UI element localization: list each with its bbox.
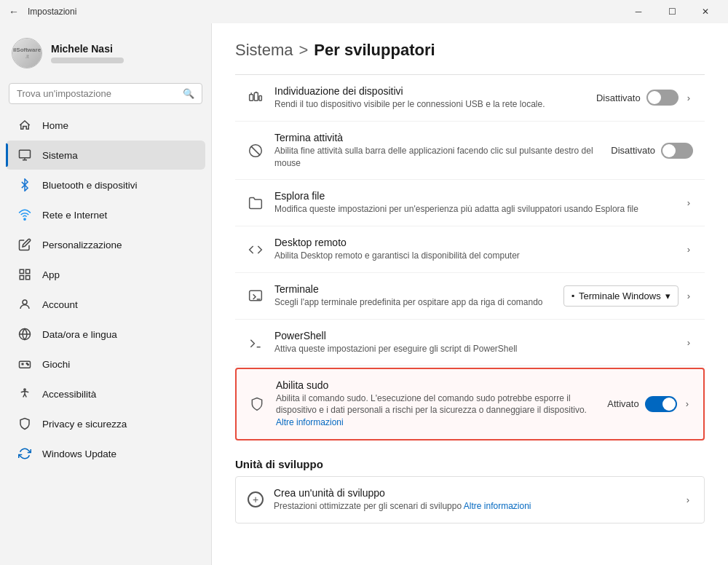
row-right-sudo: Attivato ›: [607, 395, 692, 412]
chevron-desktop-remoto[interactable]: ›: [684, 241, 693, 258]
row-desc-powershell: Attiva queste impostazioni per eseguire …: [274, 343, 674, 355]
row-desc-sudo: Abilita il comando sudo. L'esecuzione de…: [276, 392, 597, 429]
user-info: Michele Nasi: [51, 43, 199, 63]
dev-desc-crea-unita: Prestazioni ottimizzate per gli scenari …: [274, 500, 673, 513]
sidebar-item-sistema[interactable]: Sistema: [6, 141, 205, 170]
svg-rect-6: [20, 276, 23, 280]
svg-point-8: [23, 300, 27, 304]
settings-row-powershell[interactable]: PowerShell Attiva queste impostazioni pe…: [235, 320, 705, 366]
update-icon: [17, 446, 32, 461]
sidebar-item-label: App: [42, 269, 60, 280]
search-box[interactable]: 🔍: [9, 83, 202, 104]
user-profile[interactable]: ilSoftware .it Michele Nasi: [0, 29, 211, 80]
window-controls: ─ ☐ ✕: [622, 0, 722, 23]
dev-chevron-crea-unita[interactable]: ›: [684, 491, 692, 508]
toggle-sudo[interactable]: [645, 396, 677, 412]
rete-icon: [17, 208, 32, 222]
settings-row-terminale[interactable]: Terminale Scegli l'app terminale predefi…: [235, 273, 705, 320]
dev-title-crea-unita: Crea un'unità di sviluppo: [274, 487, 673, 499]
sidebar-item-account[interactable]: Account: [6, 290, 205, 319]
app-icon: [17, 267, 32, 282]
row-icon-sudo: [248, 397, 266, 411]
row-icon-desktop-remoto: [247, 242, 264, 257]
title-bar: ← Impostazioni ─ ☐ ✕: [0, 0, 728, 23]
minimize-button[interactable]: ─: [622, 0, 655, 23]
row-desc-terminale: Scegli l'app terminale predefinita per o…: [274, 296, 553, 309]
chevron-individuazione[interactable]: ›: [684, 90, 693, 106]
dev-row-crea-unita[interactable]: + Crea un'unità di sviluppo Prestazioni …: [235, 476, 705, 523]
svg-rect-7: [26, 276, 30, 280]
sidebar-item-data[interactable]: Data/ora e lingua: [6, 320, 205, 349]
sidebar-item-label: Giochi: [42, 359, 70, 370]
settings-row-desktop-remoto[interactable]: Desktop remoto Abilita Desktop remoto e …: [235, 226, 705, 273]
chevron-powershell[interactable]: ›: [684, 334, 693, 351]
sidebar-item-accessibilita[interactable]: Accessibilità: [6, 379, 205, 408]
svg-line-24: [251, 146, 260, 155]
terminal-dropdown-terminale[interactable]: ▪ Terminale Windows ▾: [563, 285, 678, 307]
desc-link-sudo[interactable]: Altre informazioni: [276, 417, 344, 427]
toggle-individuazione[interactable]: [646, 90, 678, 106]
row-content-sudo: Abilita sudo Abilita il comando sudo. L'…: [276, 379, 597, 429]
row-icon-individuazione: [247, 90, 264, 105]
app-container: ilSoftware .it Michele Nasi 🔍 Home Siste…: [0, 23, 728, 565]
sistema-icon: [17, 148, 32, 162]
svg-point-16: [28, 364, 29, 366]
row-desc-desktop-remoto: Abilita Desktop remoto e garantisci la d…: [274, 250, 674, 262]
row-title-desktop-remoto: Desktop remoto: [274, 237, 674, 248]
back-button[interactable]: ←: [6, 3, 22, 20]
settings-row-termina[interactable]: Termina attività Abilita fine attività s…: [235, 122, 705, 181]
status-label-individuazione: Disattivato: [596, 92, 641, 103]
close-button[interactable]: ✕: [689, 0, 722, 23]
sidebar-item-rete[interactable]: Rete e Internet: [6, 200, 205, 229]
sidebar-item-personalizzazione[interactable]: Personalizzazione: [6, 230, 205, 259]
terminal-icon: ▪: [571, 291, 574, 301]
svg-rect-20: [259, 96, 261, 101]
settings-row-individuazione[interactable]: Individuazione dei dispositivi Rendi il …: [235, 74, 705, 122]
svg-rect-19: [254, 93, 258, 101]
row-icon-esplora: [247, 196, 264, 210]
toggle-thumb-termina: [662, 144, 676, 157]
row-content-esplora: Esplora file Modifica queste impostazion…: [274, 190, 674, 216]
settings-row-sudo[interactable]: Abilita sudo Abilita il comando sudo. L'…: [235, 368, 705, 440]
row-content-desktop-remoto: Desktop remoto Abilita Desktop remoto e …: [274, 237, 674, 262]
breadcrumb-current: Per sviluppatori: [314, 41, 435, 60]
sidebar-item-label: Data/ora e lingua: [42, 329, 117, 340]
svg-rect-4: [20, 269, 23, 273]
search-icon: 🔍: [183, 88, 194, 99]
svg-point-17: [24, 389, 25, 390]
chevron-sudo[interactable]: ›: [683, 395, 692, 412]
search-input[interactable]: [17, 88, 177, 99]
search-container: 🔍: [0, 80, 211, 110]
row-right-terminale: ▪ Terminale Windows ▾ ›: [563, 285, 693, 307]
row-desc-individuazione: Rendi il tuo dispositivo visibile per le…: [274, 98, 586, 111]
sidebar-item-label: Privacy e sicurezza: [42, 419, 127, 430]
title-bar-left: ← Impostazioni: [6, 3, 76, 20]
toggle-termina[interactable]: [661, 143, 693, 159]
sidebar-item-privacy[interactable]: Privacy e sicurezza: [6, 409, 205, 438]
chevron-terminale[interactable]: ›: [684, 288, 693, 304]
row-content-powershell: PowerShell Attiva queste impostazioni pe…: [274, 330, 674, 355]
svg-point-3: [24, 218, 25, 220]
toggle-thumb-sudo: [662, 398, 676, 411]
sidebar-item-label: Sistema: [42, 150, 78, 161]
settings-row-esplora[interactable]: Esplora file Modifica queste impostazion…: [235, 180, 705, 226]
dev-list: + Crea un'unità di sviluppo Prestazioni …: [235, 476, 705, 523]
sidebar-item-home[interactable]: Home: [6, 111, 205, 140]
row-icon-terminale: [247, 288, 264, 303]
row-right-individuazione: Disattivato ›: [596, 90, 693, 106]
sidebar-item-app[interactable]: App: [6, 260, 205, 289]
row-title-termina: Termina attività: [274, 132, 601, 143]
sidebar-item-update[interactable]: Windows Update: [6, 439, 205, 468]
maximize-button[interactable]: ☐: [655, 0, 689, 23]
sidebar-item-giochi[interactable]: Giochi: [6, 349, 205, 379]
row-icon-termina: [247, 143, 264, 158]
dev-link-crea-unita[interactable]: Altre informazioni: [464, 501, 531, 511]
sidebar-item-bluetooth[interactable]: Bluetooth e dispositivi: [6, 170, 205, 199]
dev-section-header: Unità di sviluppo: [235, 446, 705, 476]
svg-rect-5: [26, 269, 30, 273]
chevron-esplora[interactable]: ›: [684, 194, 693, 211]
sidebar-item-label: Windows Update: [42, 449, 116, 459]
personalizzazione-icon: [17, 237, 32, 252]
dev-content-crea-unita: Crea un'unità di sviluppo Prestazioni ot…: [274, 487, 673, 513]
content-area: Sistema > Per sviluppatori Individuazion…: [211, 23, 728, 565]
